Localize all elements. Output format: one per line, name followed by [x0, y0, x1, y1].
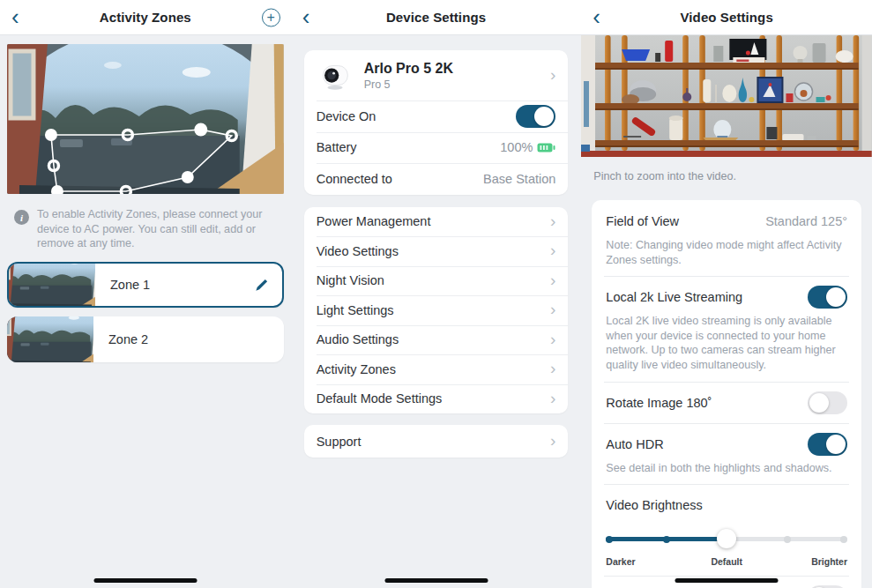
panel-video-settings: ‹ Video Settings Pinch to zoom into the …: [581, 0, 872, 588]
brightness-mid-label: Default: [711, 556, 742, 567]
menu-item-label: Activity Zones: [317, 362, 396, 376]
zone-handle[interactable]: [194, 123, 207, 137]
chevron-right-icon: ›: [550, 66, 555, 85]
menu-item-support[interactable]: Support ›: [304, 425, 569, 458]
chevron-right-icon: ›: [550, 360, 555, 378]
menu-item-label: Power Management: [317, 214, 431, 228]
slider-tick: [606, 536, 613, 543]
brightness-slider[interactable]: [606, 529, 847, 548]
chevron-right-icon: ›: [550, 432, 555, 450]
navbar-video-settings: ‹ Video Settings: [581, 0, 872, 35]
field-of-view-value[interactable]: Standard 125°: [765, 214, 847, 228]
zone-card-1[interactable]: Zone 1: [7, 262, 284, 308]
edit-icon[interactable]: [254, 278, 269, 293]
connected-to-label: Connected to: [317, 172, 392, 186]
device-row[interactable]: Arlo Pro 5 2K Pro 5 ›: [304, 50, 569, 100]
support-label: Support: [317, 435, 361, 449]
settings-menu-card: Power Management › Video Settings › Nigh…: [304, 207, 569, 414]
camera-device-icon: [317, 57, 354, 94]
page-title: Video Settings: [681, 10, 773, 25]
panel-activity-zones: ‹ Activity Zones + i: [0, 0, 291, 588]
battery-row: Battery 100%: [304, 132, 569, 164]
info-text: To enable Activity Zones, please connect…: [37, 207, 277, 251]
field-of-view-note: Note: Changing video mode might affect A…: [606, 238, 847, 267]
video-settings-card: Field of View Standard 125° Note: Changi…: [592, 200, 861, 588]
panel-device-settings: ‹ Device Settings Arlo Pro 5 2K Pro 5: [291, 0, 582, 588]
page-title: Activity Zones: [100, 10, 191, 25]
battery-icon: [537, 143, 555, 153]
camera-preview[interactable]: [7, 44, 284, 194]
zone-label: Zone 2: [108, 332, 284, 346]
local-streaming-description: Local 2K live video streaming is only av…: [606, 314, 847, 372]
menu-item-night-vision[interactable]: Night Vision ›: [304, 266, 569, 296]
device-model: Pro 5: [364, 78, 540, 91]
auto-hdr-description: See detail in both the highlights and sh…: [606, 461, 847, 476]
field-of-view-label: Field of View: [606, 214, 679, 228]
zone-thumbnail: [9, 264, 95, 306]
menu-item-label: Light Settings: [317, 303, 394, 317]
auto-hdr-section: Auto HDR See detail in both the highligh…: [592, 423, 861, 485]
back-icon[interactable]: ‹: [593, 4, 600, 27]
pinch-hint: Pinch to zoom into the video.: [581, 157, 872, 182]
menu-item-activity-zones[interactable]: Activity Zones ›: [304, 354, 569, 384]
connected-to-row: Connected to Base Station: [304, 163, 569, 195]
auto-hdr-label: Auto HDR: [606, 437, 663, 451]
support-card: Support ›: [304, 425, 569, 458]
auto-hdr-toggle[interactable]: [808, 433, 847, 456]
battery-value: 100%: [500, 140, 533, 154]
chevron-right-icon: ›: [550, 390, 555, 408]
local-streaming-toggle[interactable]: [808, 286, 847, 309]
slider-tick: [840, 536, 847, 543]
navbar-activity-zones: ‹ Activity Zones +: [0, 0, 291, 35]
camera-preview-image: [7, 44, 284, 194]
device-on-toggle[interactable]: [516, 105, 555, 128]
home-indicator[interactable]: [93, 578, 197, 583]
home-indicator[interactable]: [384, 578, 488, 583]
slider-thumb[interactable]: [717, 529, 736, 548]
info-icon: i: [14, 210, 29, 225]
zone-handle[interactable]: [45, 129, 57, 141]
navbar-device-settings: ‹ Device Settings: [291, 0, 582, 35]
back-icon[interactable]: ‹: [302, 4, 310, 27]
video-brightness-section: Video Brightness Darker Default Brighter: [592, 484, 861, 576]
chevron-right-icon: ›: [550, 301, 555, 319]
rotate-image-toggle[interactable]: [808, 391, 847, 414]
device-on-label: Device On: [317, 109, 376, 123]
back-icon[interactable]: ‹: [11, 4, 19, 27]
menu-item-video-settings[interactable]: Video Settings ›: [304, 236, 569, 266]
slider-tick: [784, 536, 791, 543]
local-streaming-label: Local 2k Live Streaming: [606, 290, 742, 304]
brightness-min-label: Darker: [606, 556, 635, 567]
slider-tick: [663, 536, 670, 543]
connected-to-value: Base Station: [483, 172, 555, 186]
device-on-row: Device On: [304, 100, 569, 132]
device-info: Arlo Pro 5 2K Pro 5: [364, 61, 540, 91]
menu-item-light-settings[interactable]: Light Settings ›: [304, 295, 569, 325]
zone-thumbnail: [7, 316, 93, 362]
app: ‹ Activity Zones + i: [0, 0, 872, 588]
live-video-preview[interactable]: [581, 35, 872, 157]
home-indicator[interactable]: [675, 578, 779, 583]
menu-item-default-mode-settings[interactable]: Default Mode Settings ›: [304, 384, 569, 414]
activity-zones-info: i To enable Activity Zones, please conne…: [0, 194, 291, 262]
menu-item-audio-settings[interactable]: Audio Settings ›: [304, 325, 569, 355]
menu-item-power-management[interactable]: Power Management ›: [304, 207, 569, 237]
chevron-right-icon: ›: [550, 272, 555, 290]
zone-handle[interactable]: [182, 171, 194, 183]
chevron-right-icon: ›: [550, 242, 555, 260]
rotate-image-label: Rotate Image 180˚: [606, 396, 712, 410]
add-zone-icon[interactable]: +: [262, 8, 280, 26]
battery-label: Battery: [317, 140, 357, 154]
zone-card-2[interactable]: Zone 2: [7, 316, 284, 362]
menu-item-label: Audio Settings: [317, 332, 399, 346]
field-of-view-section: Field of View Standard 125° Note: Changi…: [592, 200, 861, 276]
local-streaming-section: Local 2k Live Streaming Local 2K live vi…: [592, 276, 861, 381]
menu-item-label: Night Vision: [317, 273, 384, 287]
menu-item-label: Default Mode Settings: [317, 391, 443, 406]
zone-label: Zone 1: [110, 278, 254, 292]
device-name: Arlo Pro 5 2K: [364, 61, 540, 77]
rotate-image-section: Rotate Image 180˚: [592, 382, 861, 423]
video-brightness-label: Video Brightness: [606, 498, 702, 512]
menu-item-label: Video Settings: [317, 244, 399, 258]
page-title: Device Settings: [386, 10, 486, 25]
